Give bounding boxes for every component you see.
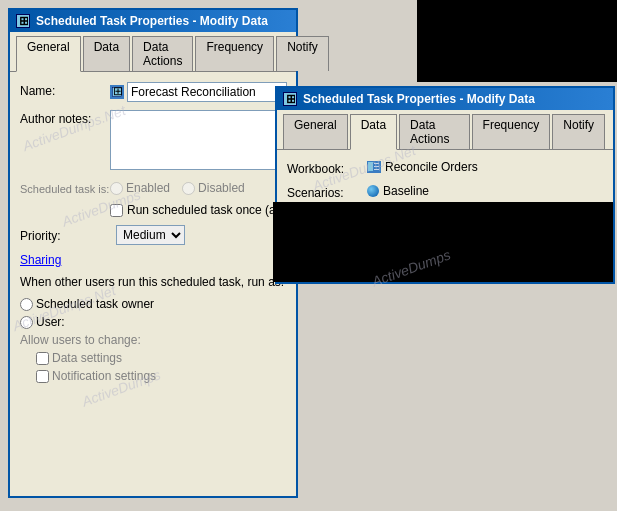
svg-rect-7 — [368, 162, 373, 171]
window1-icon: ⊞ — [16, 14, 30, 28]
notification-settings-text: Notification settings — [52, 369, 156, 383]
author-notes-field — [110, 110, 286, 173]
window1-tab-bar: General Data Data Actions Frequency Noti… — [10, 32, 296, 72]
tab-frequency[interactable]: Frequency — [195, 36, 274, 71]
data-settings-label-row[interactable]: Data settings — [36, 351, 122, 365]
tab2-data[interactable]: Data — [350, 114, 397, 150]
svg-rect-8 — [374, 163, 379, 164]
window2-icon: ⊞ — [283, 92, 297, 106]
enabled-radio-label[interactable]: Enabled — [110, 181, 170, 195]
notification-settings-label-row[interactable]: Notification settings — [36, 369, 286, 383]
tab2-frequency[interactable]: Frequency — [472, 114, 551, 149]
allow-users-row: Allow users to change: — [20, 333, 286, 347]
svg-text:⊞: ⊞ — [113, 87, 122, 97]
run-as-owner-label[interactable]: Scheduled task owner — [20, 297, 286, 311]
scenario-baseline: Baseline — [367, 184, 429, 198]
priority-select[interactable]: Medium — [116, 225, 185, 245]
disabled-label: Disabled — [198, 181, 245, 195]
scheduled-task-label: Scheduled task is: — [20, 181, 110, 195]
window2-title-bar: ⊞ Scheduled Task Properties - Modify Dat… — [277, 88, 613, 110]
black-box-2 — [273, 202, 613, 282]
window1: ⊞ Scheduled Task Properties - Modify Dat… — [8, 8, 298, 498]
window1-title-bar: ⊞ Scheduled Task Properties - Modify Dat… — [10, 10, 296, 32]
data-settings-checkbox[interactable] — [36, 352, 49, 365]
svg-text:⊞: ⊞ — [19, 16, 28, 26]
tab-notify[interactable]: Notify — [276, 36, 329, 71]
workbook-icon — [367, 161, 381, 173]
tab2-general[interactable]: General — [283, 114, 348, 149]
window2-title: Scheduled Task Properties - Modify Data — [303, 92, 535, 106]
baseline-label: Baseline — [383, 184, 429, 198]
window2: ⊞ Scheduled Task Properties - Modify Dat… — [275, 86, 615, 284]
sharing-link[interactable]: Sharing — [20, 253, 286, 267]
notification-settings-checkbox[interactable] — [36, 370, 49, 383]
name-label: Name: — [20, 82, 110, 98]
workbook-value-wrapper: Reconcile Orders — [367, 160, 603, 174]
author-notes-label: Author notes: — [20, 110, 110, 126]
run-as-owner-text: Scheduled task owner — [36, 297, 154, 311]
scenarios-label: Scenarios: — [287, 184, 367, 200]
workbook-row: Workbook: Reconcile Orders — [287, 160, 603, 176]
data-settings-text: Data settings — [52, 351, 122, 365]
run-once-row: Run scheduled task once (a — [20, 203, 286, 217]
tab2-data-actions[interactable]: Data Actions — [399, 114, 470, 149]
run-as-title: When other users run this scheduled task… — [20, 275, 286, 289]
tab-general[interactable]: General — [16, 36, 81, 72]
priority-label: Priority: — [20, 227, 110, 243]
run-as-group: Scheduled task owner User: Allow users t… — [20, 297, 286, 383]
window1-content: Name: ⊞ Author notes: Scheduled task is: — [10, 72, 296, 393]
enabled-label: Enabled — [126, 181, 170, 195]
svg-rect-9 — [374, 166, 379, 167]
workbook-label: Workbook: — [287, 160, 367, 176]
name-field-wrapper: ⊞ — [110, 82, 287, 102]
tab-data[interactable]: Data — [83, 36, 130, 71]
baseline-icon — [367, 185, 379, 197]
author-notes-row: Author notes: — [20, 110, 286, 173]
black-box-top-right — [417, 0, 617, 82]
run-once-checkbox[interactable] — [110, 204, 123, 217]
scheduled-task-options: Enabled Disabled — [110, 181, 286, 195]
run-as-owner-radio[interactable] — [20, 298, 33, 311]
disabled-radio-label[interactable]: Disabled — [182, 181, 245, 195]
scheduled-task-row: Scheduled task is: Enabled Disabled — [20, 181, 286, 195]
priority-row: Priority: Medium — [20, 225, 286, 245]
allow-users-label: Allow users to change: — [20, 333, 141, 347]
svg-text:⊞: ⊞ — [286, 94, 295, 104]
run-as-user-label[interactable]: User: — [20, 315, 286, 329]
name-row: Name: ⊞ — [20, 82, 286, 102]
author-notes-input[interactable] — [110, 110, 286, 170]
run-as-user-text: User: — [36, 315, 65, 329]
disabled-radio[interactable] — [182, 182, 195, 195]
window2-tab-bar: General Data Data Actions Frequency Noti… — [277, 110, 613, 150]
settings-checkboxes: Data settings — [20, 351, 286, 365]
name-icon: ⊞ — [110, 85, 124, 99]
svg-rect-10 — [374, 169, 379, 170]
run-as-user-radio[interactable] — [20, 316, 33, 329]
notification-settings-row: Notification settings — [20, 369, 286, 383]
name-input[interactable] — [127, 82, 287, 102]
workbook-value: Reconcile Orders — [385, 160, 478, 174]
run-once-label: Run scheduled task once (a — [127, 203, 276, 217]
tab2-notify[interactable]: Notify — [552, 114, 605, 149]
enabled-radio[interactable] — [110, 182, 123, 195]
tab-data-actions[interactable]: Data Actions — [132, 36, 193, 71]
window1-title: Scheduled Task Properties - Modify Data — [36, 14, 268, 28]
